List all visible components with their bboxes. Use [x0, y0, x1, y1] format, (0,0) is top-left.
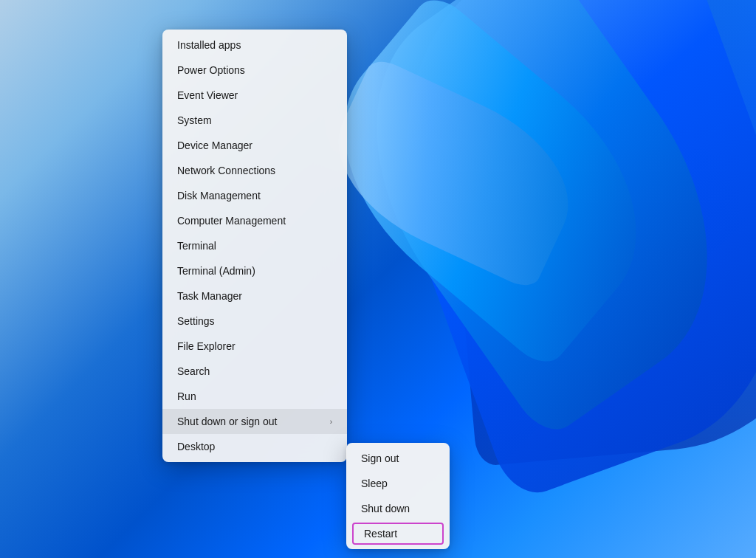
menu-item-desktop[interactable]: Desktop	[162, 434, 347, 459]
menu-item-label-terminal-admin: Terminal (Admin)	[177, 265, 255, 277]
menu-item-network-connections[interactable]: Network Connections	[162, 158, 347, 183]
submenu-item-sign-out[interactable]: Sign out	[346, 446, 450, 471]
menu-item-task-manager[interactable]: Task Manager	[162, 283, 347, 309]
menu-item-label-device-manager: Device Manager	[177, 140, 252, 151]
submenu-item-sleep[interactable]: Sleep	[346, 471, 450, 496]
menu-item-label-search: Search	[177, 365, 210, 377]
menu-item-label-terminal: Terminal	[177, 240, 216, 252]
menu-item-label-desktop: Desktop	[177, 441, 215, 452]
menu-item-label-disk-management: Disk Management	[177, 190, 261, 202]
menu-item-installed-apps[interactable]: Installed apps	[162, 32, 347, 58]
menu-item-label-shut-down-sign-out: Shut down or sign out	[177, 416, 277, 427]
menu-item-label-power-options: Power Options	[177, 64, 245, 76]
menu-item-label-system: System	[177, 114, 212, 126]
menu-item-system[interactable]: System	[162, 108, 347, 133]
menu-item-label-installed-apps: Installed apps	[177, 39, 241, 51]
menu-item-label-task-manager: Task Manager	[177, 290, 242, 302]
menu-item-shut-down-sign-out[interactable]: Shut down or sign out›	[162, 409, 347, 434]
menu-item-file-explorer[interactable]: File Explorer	[162, 334, 347, 359]
context-menu: Installed appsPower OptionsEvent ViewerS…	[162, 30, 347, 462]
menu-item-settings[interactable]: Settings	[162, 309, 347, 334]
menu-item-computer-management[interactable]: Computer Management	[162, 208, 347, 233]
chevron-right-icon: ›	[330, 418, 332, 426]
menu-item-search[interactable]: Search	[162, 359, 347, 384]
submenu-item-shut-down[interactable]: Shut down	[346, 496, 450, 521]
menu-item-terminal-admin[interactable]: Terminal (Admin)	[162, 258, 347, 283]
submenu: Sign outSleepShut downRestart	[346, 443, 450, 549]
menu-item-disk-management[interactable]: Disk Management	[162, 183, 347, 208]
menu-item-label-file-explorer: File Explorer	[177, 340, 236, 352]
menu-item-label-event-viewer: Event Viewer	[177, 89, 238, 101]
menu-item-run[interactable]: Run	[162, 384, 347, 409]
menu-item-event-viewer[interactable]: Event Viewer	[162, 83, 347, 108]
menu-item-power-options[interactable]: Power Options	[162, 58, 347, 83]
menu-item-terminal[interactable]: Terminal	[162, 233, 347, 258]
menu-item-label-run: Run	[177, 390, 196, 402]
menu-item-label-settings: Settings	[177, 315, 215, 327]
menu-item-label-computer-management: Computer Management	[177, 215, 286, 227]
menu-item-label-network-connections: Network Connections	[177, 165, 275, 176]
menu-item-device-manager[interactable]: Device Manager	[162, 133, 347, 158]
submenu-item-restart[interactable]: Restart	[352, 523, 444, 545]
